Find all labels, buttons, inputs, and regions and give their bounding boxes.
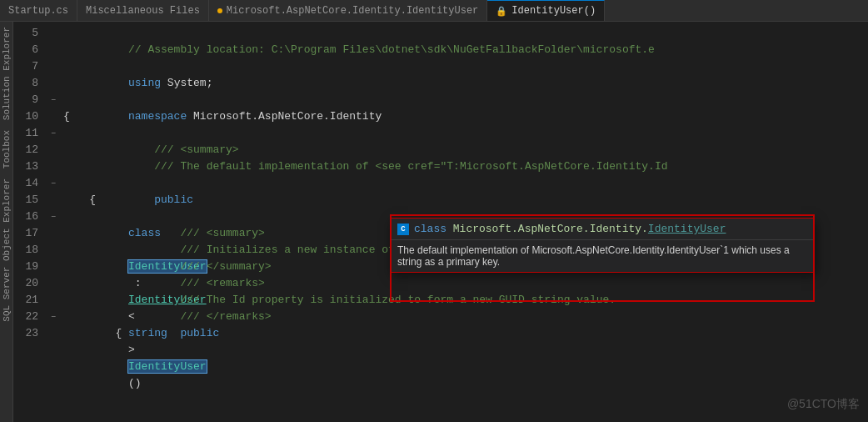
space-22 (128, 344, 135, 356)
tooltip-classlink[interactable]: IdentityUser (648, 223, 726, 235)
table-row: 15 { (13, 192, 868, 208)
tooltip-class-icon: C (397, 224, 409, 235)
table-row: 9 − namespace Microsoft.AspNetCore.Ident… (13, 92, 868, 108)
table-row: 7 using System; (13, 58, 868, 75)
line-num-10: 10 (13, 108, 47, 125)
fold-14[interactable]: − (47, 176, 60, 193)
fold-16[interactable]: − (47, 209, 60, 226)
toolbox-label[interactable]: Toolbox (2, 125, 12, 173)
fold-11[interactable]: − (47, 126, 60, 143)
tab-startup-label: Startup.cs (8, 5, 68, 17)
code-editor[interactable]: 5 // Assembly location: C:\Program Files… (13, 22, 868, 422)
fold-22[interactable]: − (47, 309, 60, 326)
line-num-5: 5 (13, 25, 47, 42)
tab-modified-dot (217, 8, 222, 13)
table-row: 21 /// </remarks> (13, 292, 868, 309)
fold-9[interactable]: − (47, 93, 60, 109)
line-15-content: { (60, 192, 868, 208)
line-container: 5 // Assembly location: C:\Program Files… (13, 22, 868, 342)
tab-startup[interactable]: Startup.cs (0, 0, 77, 21)
kw-class-tooltip: class (414, 223, 453, 235)
line-num-8: 8 (13, 75, 47, 92)
line-num-6: 6 (13, 42, 47, 58)
table-row: 6 (13, 42, 868, 58)
table-row: 5 // Assembly location: C:\Program Files… (13, 25, 868, 42)
editor-area: 5 // Assembly location: C:\Program Files… (13, 22, 868, 422)
table-row: 22 − public IdentityUser () (13, 309, 868, 325)
line-num-12: 12 (13, 142, 47, 158)
line-num-16: 16 (13, 208, 47, 225)
table-row: 12 /// The default implementation of <se… (13, 142, 868, 158)
tooltip-namespace: Microsoft.AspNetCore.Identity. (453, 223, 648, 235)
tooltip-body-text: The default implementation of Microsoft.… (391, 240, 814, 272)
tooltip-header: C class Microsoft.AspNetCore.Identity.Id… (391, 219, 814, 240)
tab-identityuser-file-label: Microsoft.AspNetCore.Identity.IdentityUs… (227, 5, 478, 17)
line-num-20: 20 (13, 275, 47, 292)
table-row: 8 (13, 75, 868, 92)
line-10-content: { (60, 108, 868, 125)
table-row: 11 − /// <summary> (13, 125, 868, 142)
line-num-17: 17 (13, 225, 47, 242)
tab-bar: Startup.cs Miscellaneous Files Microsoft… (0, 0, 868, 22)
ctor-identityuser: IdentityUser (128, 360, 207, 373)
line-num-22: 22 (13, 309, 47, 325)
line-num-23: 23 (13, 325, 47, 342)
line-num-15: 15 (13, 192, 47, 208)
lock-icon: 🔒 (496, 6, 507, 17)
line-num-14: 14 (13, 175, 47, 192)
table-row: 20 /// The Id property is initialized to… (13, 275, 868, 292)
line-23-content: { (60, 325, 868, 342)
line-num-21: 21 (13, 292, 47, 309)
tab-identityuser-method[interactable]: 🔒 IdentityUser() (487, 0, 605, 21)
line-22-content: public IdentityUser () (60, 309, 868, 409)
tab-identityuser-file[interactable]: Microsoft.AspNetCore.Identity.IdentityUs… (209, 0, 487, 21)
table-row: 13 /// </summary> (13, 158, 868, 175)
line-num-11: 11 (13, 125, 47, 142)
parens-22: () (128, 377, 142, 389)
tab-identityuser-method-label: IdentityUser() (511, 5, 596, 17)
table-row: 23 { (13, 325, 868, 342)
line-num-13: 13 (13, 158, 47, 175)
tooltip-title-text: class Microsoft.AspNetCore.Identity.Iden… (414, 223, 726, 235)
table-row: 10 { (13, 108, 868, 125)
line-num-19: 19 (13, 259, 47, 275)
line-num-7: 7 (13, 58, 47, 75)
table-row: 14 − public class IdentityUser : Identit… (13, 175, 868, 192)
side-panel: Solution Explorer Toolbox SQL Server Obj… (0, 22, 13, 422)
line-num-9: 9 (13, 92, 47, 108)
sql-server-label[interactable]: SQL Server Object Explorer (2, 173, 12, 327)
intellisense-tooltip: C class Microsoft.AspNetCore.Identity.Id… (390, 218, 815, 273)
tab-miscfiles-label: Miscellaneous Files (86, 5, 200, 17)
solution-explorer-label[interactable]: Solution Explorer (2, 22, 12, 125)
watermark: @51CTO博客 (787, 397, 860, 412)
line-num-18: 18 (13, 242, 47, 259)
tab-miscfiles[interactable]: Miscellaneous Files (77, 0, 209, 21)
